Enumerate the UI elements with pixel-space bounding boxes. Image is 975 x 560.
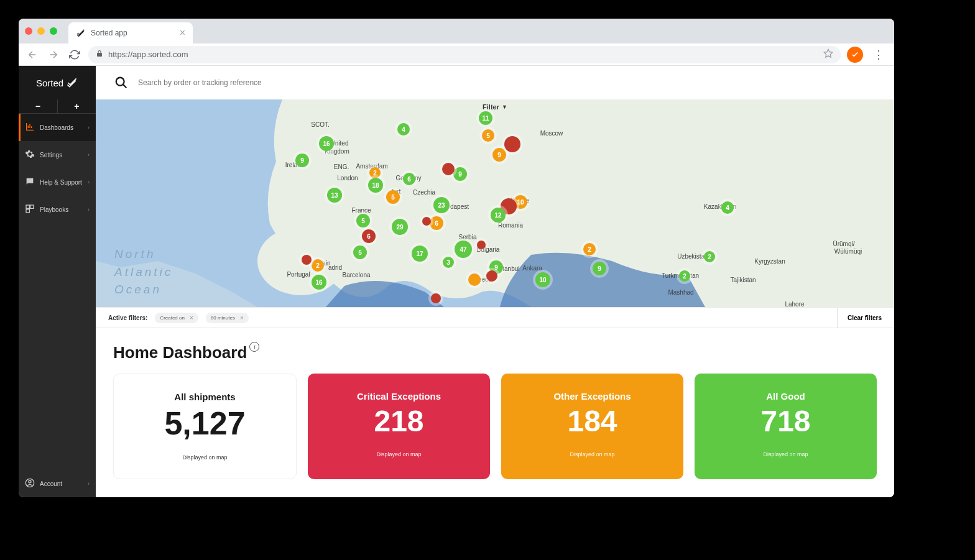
map-filter-button[interactable]: Filter ▼ (483, 103, 507, 111)
minimize-window-button[interactable] (37, 27, 45, 35)
remove-filter-icon[interactable]: × (240, 314, 244, 321)
map-cluster-bubble[interactable]: 6 (403, 173, 415, 185)
sidebar-item-dashboards[interactable]: Dashboards › (19, 114, 96, 141)
map-cluster-bubble[interactable] (486, 270, 497, 282)
map[interactable]: Filter ▼ North Atlantic Ocean SCOT.Unite… (96, 99, 894, 307)
card-label: Critical Exceptions (320, 391, 478, 402)
map-cluster-bubble[interactable]: 10 (535, 272, 550, 287)
browser-toolbar: https://app.sorted.com ⋮ (19, 44, 894, 66)
clear-filters-button[interactable]: Clear filters (837, 308, 882, 328)
map-place-label: SCOT. (311, 121, 329, 128)
map-cluster-bubble[interactable]: 3 (443, 257, 454, 268)
sidebar-item-playbooks[interactable]: Playbooks › (19, 196, 96, 223)
lock-icon (96, 50, 103, 59)
forward-button[interactable] (46, 47, 61, 62)
map-cluster-bubble[interactable] (422, 217, 431, 226)
close-tab-button[interactable]: × (180, 27, 185, 39)
map-cluster-bubble[interactable]: 18 (368, 178, 383, 193)
map-cluster-bubble[interactable]: 4 (721, 201, 734, 214)
chevron-right-icon: › (88, 206, 90, 213)
map-cluster-bubble[interactable]: 5 (356, 214, 370, 227)
map-cluster-bubble[interactable]: 5 (353, 246, 367, 259)
card-critical-exceptions[interactable]: Critical Exceptions 218 Displayed on map (308, 374, 490, 479)
active-filters-bar: Active filters: Created on × 60 minutes … (96, 307, 894, 328)
map-cluster-bubble[interactable]: 2 (312, 259, 324, 272)
reload-button[interactable] (67, 47, 82, 62)
map-cluster-bubble[interactable]: 2 (679, 270, 690, 282)
card-value: 718 (707, 406, 864, 436)
map-place-label: Ürümqi/ (833, 241, 854, 247)
address-bar[interactable]: https://app.sorted.com (88, 46, 841, 63)
svg-rect-2 (26, 209, 29, 213)
main-content: Filter ▼ North Atlantic Ocean SCOT.Unite… (96, 66, 894, 497)
map-cluster-bubble[interactable]: 2 (704, 251, 715, 262)
map-place-label: Kyrgyzstan (754, 258, 785, 265)
map-cluster-bubble[interactable]: 2 (369, 167, 381, 178)
map-cluster-bubble[interactable]: 9 (295, 154, 309, 167)
map-cluster-bubble[interactable] (504, 136, 520, 152)
tab-favicon (76, 28, 86, 38)
map-cluster-bubble[interactable]: 16 (319, 136, 334, 151)
svg-point-5 (116, 78, 124, 86)
back-button[interactable] (25, 47, 40, 62)
card-other-exceptions[interactable]: Other Exceptions 184 Displayed on map (501, 374, 683, 479)
card-all-shipments[interactable]: All shipments 5,127 Displayed on map (113, 374, 297, 479)
map-cluster-bubble[interactable]: 5 (386, 190, 400, 204)
map-cluster-bubble[interactable]: 11 (479, 111, 492, 125)
search-icon (114, 76, 128, 90)
zoom-in-button[interactable]: + (58, 99, 96, 113)
close-window-button[interactable] (25, 27, 32, 35)
map-cluster-bubble[interactable]: 47 (455, 241, 472, 258)
map-cluster-bubble[interactable]: 23 (433, 197, 450, 213)
extension-icon[interactable] (847, 47, 863, 63)
map-cluster-bubble[interactable] (431, 293, 441, 303)
map-cluster-bubble[interactable]: 5 (482, 129, 494, 142)
filter-chip[interactable]: 60 minutes × (206, 313, 249, 323)
map-cluster-bubble[interactable]: 12 (491, 208, 506, 223)
map-cluster-bubble[interactable]: 4 (397, 123, 410, 135)
map-cluster-bubble[interactable]: 9 (593, 262, 606, 275)
map-cluster-bubble[interactable]: 16 (312, 275, 326, 290)
map-cluster-bubble[interactable] (302, 255, 312, 265)
info-icon[interactable]: i (249, 342, 259, 352)
zoom-out-button[interactable]: − (19, 99, 58, 113)
logo-check-icon (66, 76, 78, 89)
remove-filter-icon[interactable]: × (190, 314, 193, 321)
sidebar-item-help[interactable]: Help & Support › (19, 168, 96, 196)
user-icon (25, 478, 35, 489)
chevron-right-icon: › (88, 179, 90, 185)
chat-icon (25, 177, 35, 188)
map-place-label: London (337, 175, 358, 181)
sidebar-item-account[interactable]: Account › (19, 470, 96, 497)
url-text: https://app.sorted.com (108, 50, 188, 59)
svg-rect-1 (30, 205, 34, 208)
map-cluster-bubble[interactable]: 13 (327, 188, 342, 203)
search-input[interactable] (138, 78, 876, 87)
sidebar-item-settings[interactable]: Settings › (19, 141, 96, 168)
maximize-window-button[interactable] (50, 27, 57, 35)
sidebar-item-label: Help & Support (40, 179, 82, 186)
map-cluster-bubble[interactable]: 6 (430, 216, 443, 230)
browser-menu-button[interactable]: ⋮ (869, 48, 888, 62)
filter-chip[interactable]: Created on × (155, 313, 198, 323)
chevron-right-icon: › (88, 124, 90, 131)
map-place-label: Portugal (287, 271, 310, 278)
app-viewport: Sorted − + Dashboards › Settings › Help … (19, 66, 894, 497)
map-cluster-bubble[interactable]: 9 (453, 167, 467, 181)
map-cluster-bubble[interactable] (477, 241, 486, 249)
map-cluster-bubble[interactable]: 2 (583, 243, 596, 255)
map-cluster-bubble[interactable] (442, 163, 455, 175)
card-sublabel: Displayed on map (707, 451, 864, 457)
map-cluster-bubble[interactable]: 29 (392, 219, 408, 235)
card-all-good[interactable]: All Good 718 Displayed on map (695, 374, 877, 479)
app-logo: Sorted (19, 66, 96, 99)
map-cluster-bubble[interactable] (468, 273, 481, 286)
map-cluster-bubble[interactable]: 6 (362, 229, 376, 243)
map-place-label: ENG. (334, 163, 349, 170)
browser-tab-strip: Sorted app × (19, 19, 894, 44)
sidebar-item-label: Settings (40, 152, 62, 158)
map-cluster-bubble[interactable]: 17 (412, 246, 428, 262)
map-cluster-bubble[interactable]: 9 (492, 148, 506, 162)
browser-tab[interactable]: Sorted app × (68, 22, 193, 44)
bookmark-star-icon[interactable] (823, 48, 833, 60)
